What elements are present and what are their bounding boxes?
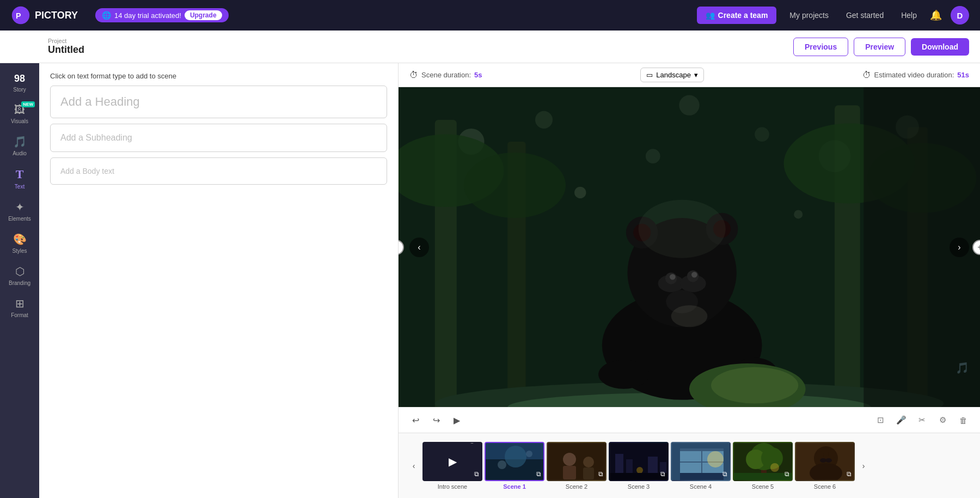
svg-point-78 (828, 451, 836, 458)
cut-button[interactable]: ✂ (914, 412, 930, 428)
scene-1-label: Scene 1 (503, 483, 526, 490)
scene-duration: ⏱ Scene duration: 5s (409, 70, 482, 80)
scene-intro-label: Intro scene (438, 483, 467, 490)
new-badge: NEW (21, 101, 35, 107)
main-layout: 98 Story 🖼 Visuals NEW 🎵 Audio T Text ✦ … (0, 63, 980, 498)
upgrade-button[interactable]: Upgrade (185, 10, 222, 20)
svg-point-33 (671, 305, 708, 327)
sidebar-item-format[interactable]: ⊞ Format (0, 291, 39, 324)
text-format-list: Add a Heading Add a Subheading Add a Bod… (39, 86, 398, 185)
scene-2-layers-icon: ⧉ (598, 470, 603, 478)
sidebar-item-styles[interactable]: 🎨 Styles (0, 227, 39, 259)
elements-icon: ✦ (15, 201, 24, 214)
timeline-scroll: ‹ ▶ ⧉ 👁 Intro scene (399, 442, 980, 490)
subheading-format-item[interactable]: Add a Subheading (50, 124, 387, 152)
sidebar-item-story[interactable]: 98 Story (0, 68, 39, 98)
redo-button[interactable]: ↪ (428, 412, 444, 428)
layers-icon: ⧉ (474, 470, 479, 478)
scene-6-thumbnail: ⧉ (795, 442, 855, 481)
svg-point-8 (535, 111, 553, 129)
styles-icon: 🎨 (13, 233, 27, 246)
text-panel: Click on text format type to add to scen… (39, 63, 399, 498)
caption-button[interactable]: ⊡ (872, 412, 889, 428)
svg-point-58 (636, 467, 643, 473)
svg-rect-52 (583, 467, 594, 479)
timeline-next-button[interactable]: › (857, 459, 870, 472)
scene-5-layers-icon: ⧉ (785, 470, 789, 478)
sidebar-text-label: Text (15, 184, 24, 190)
mic-button[interactable]: 🎤 (893, 412, 909, 428)
svg-point-45 (505, 446, 526, 467)
sidebar-item-text[interactable]: T Text (0, 162, 39, 195)
scene-3-label: Scene 3 (628, 483, 650, 490)
panel-instruction: Click on text format type to add to scen… (39, 63, 398, 86)
scene-3-preview (610, 443, 669, 481)
body-format-item[interactable]: Add a Body text (50, 157, 387, 185)
scene-6-label: Scene 6 (814, 483, 836, 490)
download-button[interactable]: Download (911, 38, 969, 56)
next-scene-arrow[interactable]: › (950, 238, 969, 257)
user-avatar[interactable]: D (951, 6, 969, 25)
format-icon: ⊞ (15, 297, 24, 310)
scene-5-preview (734, 443, 793, 481)
svg-rect-50 (563, 466, 576, 479)
undo-button[interactable]: ↩ (407, 412, 424, 428)
svg-point-29 (670, 274, 676, 280)
scene-2-thumbnail: ⧉ (547, 442, 607, 481)
svg-point-40 (646, 149, 660, 163)
bell-icon[interactable]: 🔔 (930, 9, 942, 21)
svg-point-80 (825, 458, 832, 463)
branding-icon: ⬡ (15, 265, 24, 278)
sidebar-visuals-label: Visuals (11, 118, 28, 124)
delete-button[interactable]: 🗑 (955, 412, 971, 428)
scene-4-preview (672, 443, 731, 481)
sidebar-item-visuals[interactable]: 🖼 Visuals NEW (0, 98, 39, 130)
preview-button[interactable]: Preview (854, 38, 905, 56)
play-button[interactable]: ▶ (449, 412, 465, 428)
settings-button[interactable]: ⚙ (934, 412, 951, 428)
sidebar-story-label: Story (13, 87, 26, 93)
svg-point-41 (639, 200, 726, 258)
logo: P PICTORY (11, 5, 78, 25)
timeline-prev-button[interactable]: ‹ (407, 459, 420, 472)
scene-thumb-intro[interactable]: ▶ ⧉ 👁 Intro scene (422, 442, 482, 490)
scene-6-layers-icon: ⧉ (847, 470, 852, 478)
sidebar-item-elements[interactable]: ✦ Elements (0, 195, 39, 227)
help-link[interactable]: Help (897, 11, 921, 20)
get-started-link[interactable]: Get started (842, 11, 888, 20)
video-preview: + (399, 87, 980, 407)
sidebar-item-audio[interactable]: 🎵 Audio (0, 130, 39, 162)
scene-toolbar: ⏱ Scene duration: 5s ▭ Landscape ▾ ⏱ Est… (399, 63, 980, 87)
scene-thumb-3[interactable]: ⧉ Scene 3 (609, 442, 669, 490)
svg-point-11 (679, 95, 699, 115)
scene-4-layers-icon: ⧉ (722, 470, 727, 478)
play-overlay-icon: ▶ (449, 455, 457, 468)
scene-thumb-5[interactable]: ⧉ Scene 5 (733, 442, 793, 490)
text-icon: T (16, 167, 24, 181)
estimated-value: 51s (957, 71, 969, 79)
scene-3-thumbnail: ⧉ (609, 442, 669, 481)
trial-badge: 🌐 14 day trial activated! Upgrade (95, 8, 229, 22)
visibility-icon: 👁 (468, 442, 476, 446)
scene-4-thumbnail: ⧉ (671, 442, 731, 481)
heading-format-item[interactable]: Add a Heading (50, 86, 387, 118)
create-team-button[interactable]: 👥 Create a team (697, 7, 777, 24)
scene-thumb-6[interactable]: ⧉ Scene 6 (795, 442, 855, 490)
duration-label: Scene duration: (421, 71, 471, 79)
scene-5-label: Scene 5 (752, 483, 774, 490)
my-projects-link[interactable]: My projects (785, 11, 833, 20)
timeline: ‹ ▶ ⧉ 👁 Intro scene (399, 433, 980, 498)
svg-point-49 (563, 453, 576, 466)
previous-button[interactable]: Previous (793, 38, 848, 56)
prev-scene-arrow[interactable]: ‹ (409, 238, 429, 257)
svg-rect-48 (548, 443, 607, 481)
svg-point-77 (816, 451, 824, 459)
top-nav: P PICTORY 🌐 14 day trial activated! Upgr… (0, 0, 980, 31)
waveform-icon: 🎵 (955, 361, 969, 374)
landscape-selector[interactable]: ▭ Landscape ▾ (640, 68, 704, 82)
scene-thumb-2[interactable]: ⧉ Scene 2 (547, 442, 607, 490)
playback-controls: ↩ ↪ ▶ ⊡ 🎤 ✂ ⚙ 🗑 (399, 407, 980, 433)
sidebar-item-branding[interactable]: ⬡ Branding (0, 259, 39, 291)
scene-thumb-4[interactable]: ⧉ Scene 4 (671, 442, 731, 490)
scene-thumb-1[interactable]: ⧉ Scene 1 (485, 442, 544, 490)
